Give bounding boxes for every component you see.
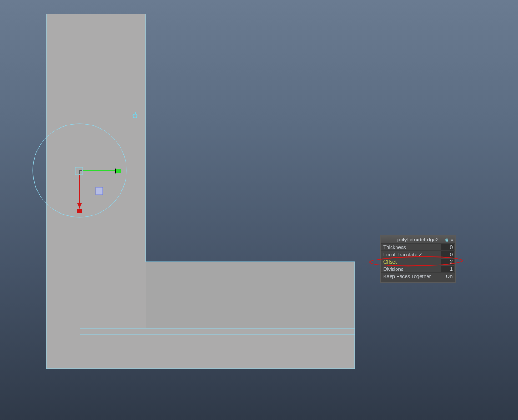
label-divisions: Divisions bbox=[383, 265, 441, 273]
value-offset[interactable]: 2 bbox=[441, 259, 454, 265]
svg-rect-2 bbox=[146, 262, 355, 328]
panel-sphere-icon[interactable]: ◉ bbox=[443, 237, 450, 242]
svg-point-3 bbox=[133, 114, 137, 118]
rotate-handle-icon[interactable] bbox=[132, 112, 138, 118]
svg-rect-0 bbox=[46, 14, 146, 369]
node-attribute-panel[interactable]: polyExtrudeEdge2 ◉ ≡ Thickness 0 Local T… bbox=[380, 235, 456, 283]
row-thickness[interactable]: Thickness 0 bbox=[381, 243, 455, 250]
value-thickness[interactable]: 0 bbox=[441, 244, 454, 250]
value-divisions[interactable]: 1 bbox=[441, 266, 454, 272]
label-keep-faces-together: Keep Faces Together bbox=[383, 273, 441, 280]
row-divisions[interactable]: Divisions 1 bbox=[381, 265, 455, 272]
value-keep-faces-together[interactable]: On bbox=[441, 273, 454, 280]
viewport-3d[interactable]: polyExtrudeEdge2 ◉ ≡ Thickness 0 Local T… bbox=[0, 0, 518, 420]
poly-lshape[interactable] bbox=[46, 14, 355, 369]
label-local-translate-z: Local Translate Z bbox=[383, 251, 441, 258]
row-local-translate-z[interactable]: Local Translate Z 0 bbox=[381, 250, 455, 258]
panel-header[interactable]: polyExtrudeEdge2 ◉ ≡ bbox=[381, 236, 455, 243]
panel-resize-grip[interactable] bbox=[381, 280, 455, 282]
panel-menu-icon[interactable]: ≡ bbox=[450, 237, 454, 242]
row-keep-faces-together[interactable]: Keep Faces Together On bbox=[381, 272, 455, 280]
resize-grip-icon[interactable] bbox=[451, 280, 455, 282]
row-offset[interactable]: Offset 2 bbox=[381, 258, 455, 265]
label-thickness: Thickness bbox=[383, 244, 441, 251]
value-local-translate-z[interactable]: 0 bbox=[441, 251, 454, 258]
label-offset: Offset bbox=[383, 258, 441, 265]
panel-title: polyExtrudeEdge2 bbox=[383, 237, 443, 242]
